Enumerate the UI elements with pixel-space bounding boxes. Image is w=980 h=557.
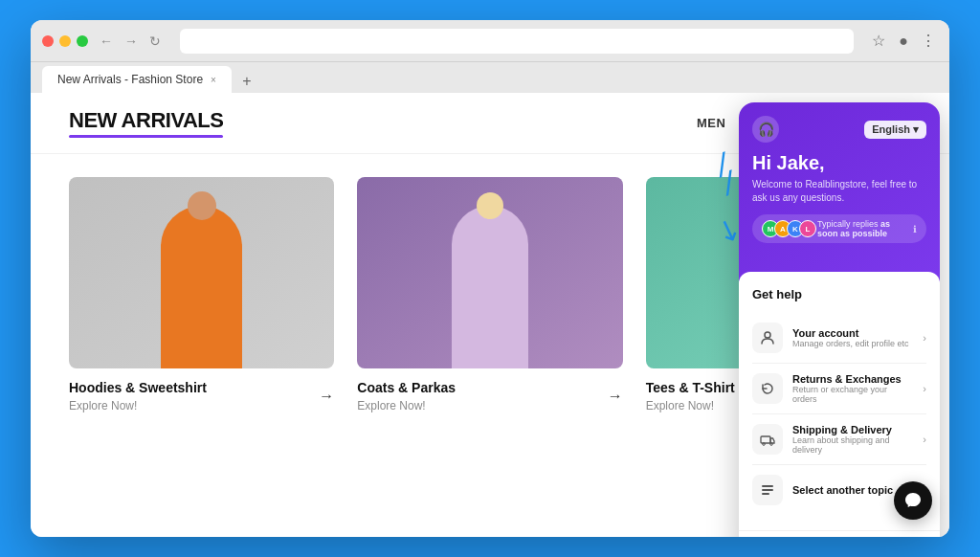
- chat-float-button[interactable]: [894, 481, 932, 520]
- browser-window: ← → ↻ ☆ ● ⋮ New Arrivals - Fashion Store…: [31, 20, 949, 537]
- product-arrow-1[interactable]: →: [319, 388, 334, 405]
- account-text: Your account Manage orders, edit profile…: [792, 327, 913, 348]
- returns-icon: [752, 373, 783, 404]
- chat-headset-icon: 🎧: [752, 116, 779, 143]
- more-button[interactable]: ⋮: [919, 32, 938, 51]
- info-icon: ℹ: [913, 224, 917, 234]
- returns-text: Returns & Exchanges Return or exchange y…: [792, 373, 913, 404]
- chat-subtitle: Welcome to Realblingstore, feel free to …: [752, 178, 926, 205]
- traffic-light-green[interactable]: [77, 35, 88, 47]
- shipping-text: Shipping & Delivery Learn about shipping…: [792, 424, 913, 455]
- figure-hoodie: [161, 206, 242, 368]
- nav-men[interactable]: MEN: [697, 116, 725, 130]
- address-bar[interactable]: [180, 29, 854, 54]
- product-arrow-2[interactable]: →: [608, 388, 623, 405]
- agent-avatars: M A K L: [762, 220, 812, 237]
- traffic-lights: [42, 35, 88, 47]
- tab-title: New Arrivals - Fashion Store: [57, 73, 203, 86]
- help-item-returns[interactable]: Returns & Exchanges Return or exchange y…: [752, 364, 926, 414]
- shipping-chevron-icon: ›: [923, 434, 926, 445]
- account-desc: Manage orders, edit profile etc: [792, 339, 913, 348]
- product-footer-2: Coats & Parkas Explore Now! →: [357, 380, 622, 412]
- get-help-title: Get help: [752, 287, 926, 301]
- browser-tabs: New Arrivals - Fashion Store × +: [31, 62, 949, 93]
- logo-underline: [69, 135, 223, 138]
- chevron-down-icon: ▾: [913, 123, 919, 136]
- returns-title: Returns & Exchanges: [792, 373, 913, 385]
- product-name-2: Coats & Parkas: [357, 380, 456, 395]
- product-sub-2: Explore Now!: [357, 399, 456, 412]
- product-bg-1: [69, 177, 334, 368]
- browser-chrome: ← → ↻ ☆ ● ⋮: [31, 20, 949, 62]
- svg-point-2: [763, 443, 766, 446]
- account-icon: [752, 323, 783, 353]
- shipping-desc: Learn about shipping and delivery: [792, 435, 913, 455]
- traffic-light-red[interactable]: [42, 35, 54, 47]
- chat-status-bar: M A K L Typically replies as soon as pos…: [752, 214, 926, 243]
- language-label: English: [872, 123, 910, 135]
- traffic-light-yellow[interactable]: [59, 35, 71, 47]
- product-sub-3: Explore Now!: [646, 399, 735, 412]
- bookmark-button[interactable]: ☆: [869, 32, 888, 51]
- chat-header: 🎧 English ▾ Hi Jake, Welcome to Realblin…: [739, 102, 940, 291]
- product-card-coats[interactable]: Coats & Parkas Explore Now! →: [357, 177, 622, 412]
- forward-button[interactable]: →: [121, 32, 142, 51]
- browser-actions: ☆ ● ⋮: [869, 32, 938, 51]
- product-info-1: Hoodies & Sweetshirt Explore Now!: [69, 380, 207, 412]
- shipping-title: Shipping & Delivery: [792, 424, 913, 435]
- account-title: Your account: [792, 327, 913, 339]
- shipping-icon: [752, 424, 783, 455]
- nav-arrows: ← → ↻: [96, 32, 165, 51]
- figure-head: [188, 191, 216, 220]
- product-name-3: Tees & T-Shirt: [646, 380, 735, 395]
- status-text: Typically replies as soon as possible: [817, 219, 907, 238]
- profile-button[interactable]: ●: [894, 32, 913, 51]
- language-dropdown[interactable]: English ▾: [864, 121, 926, 139]
- product-sub-1: Explore Now!: [69, 399, 207, 412]
- new-tab-button[interactable]: +: [235, 70, 258, 93]
- chat-overlay: 🎧 English ▾ Hi Jake, Welcome to Realblin…: [739, 93, 949, 537]
- product-image-coats: [357, 177, 622, 368]
- active-tab[interactable]: New Arrivals - Fashion Store ×: [42, 66, 232, 93]
- svg-rect-5: [762, 489, 773, 491]
- product-name-1: Hoodies & Sweetshirt: [69, 380, 207, 395]
- agent-avatar-l: L: [799, 220, 816, 237]
- other-topic-icon: [752, 475, 783, 505]
- svg-rect-4: [762, 485, 773, 487]
- site-logo: NEW ARRIVALS: [69, 108, 223, 138]
- figure-container-2: [442, 201, 538, 368]
- help-item-shipping[interactable]: Shipping & Delivery Learn about shipping…: [752, 414, 926, 465]
- returns-chevron-icon: ›: [923, 383, 926, 394]
- product-card-hoodies[interactable]: Hoodies & Sweetshirt Explore Now! →: [69, 177, 334, 412]
- product-info-2: Coats & Parkas Explore Now!: [357, 380, 456, 412]
- product-image-hoodies: [69, 177, 334, 368]
- returns-desc: Return or exchange your orders: [792, 385, 913, 404]
- chat-greeting: Hi Jake,: [752, 152, 926, 174]
- svg-rect-6: [762, 493, 769, 495]
- figure-coat: [452, 206, 528, 368]
- website-content: NEW ARRIVALS MEN WOMEN HOME & L...: [31, 93, 949, 537]
- account-chevron-icon: ›: [923, 332, 926, 344]
- chat-footer: POWERED BY Richpanel: [739, 530, 940, 537]
- svg-rect-1: [761, 436, 770, 443]
- svg-point-0: [765, 332, 770, 338]
- chat-widget[interactable]: 🎧 English ▾ Hi Jake, Welcome to Realblin…: [739, 102, 940, 537]
- product-info-3: Tees & T-Shirt Explore Now!: [646, 380, 735, 412]
- figure-container-1: [154, 201, 250, 368]
- refresh-button[interactable]: ↻: [145, 32, 165, 51]
- svg-point-3: [770, 443, 773, 446]
- help-item-account[interactable]: Your account Manage orders, edit profile…: [752, 313, 926, 364]
- figure-head-2: [477, 192, 503, 219]
- product-footer-1: Hoodies & Sweetshirt Explore Now! →: [69, 380, 334, 412]
- tab-close-button[interactable]: ×: [211, 75, 216, 85]
- product-bg-2: [357, 177, 622, 368]
- back-button[interactable]: ←: [96, 32, 117, 51]
- chat-header-top: 🎧 English ▾: [752, 116, 926, 143]
